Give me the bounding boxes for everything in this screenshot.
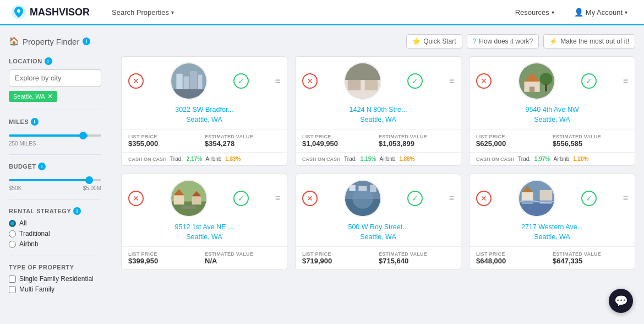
card-stats: LIST PRICE $355,000 ESTIMATED VALUE $354… <box>122 129 287 152</box>
estimated-value-col: ESTIMATED VALUE $647,335 <box>553 251 628 265</box>
quick-start-button[interactable]: ⭐ Quick Start <box>406 34 462 48</box>
list-price-value: $355,000 <box>128 139 204 148</box>
miles-slider[interactable] <box>9 134 101 137</box>
property-card[interactable]: ✕ ✓ ≡ 9540 4th Ave NWSeattle, WA LIST PR… <box>469 56 635 166</box>
chat-bubble-button[interactable]: 💬 <box>609 289 633 313</box>
tag-close-icon[interactable]: ✕ <box>47 93 53 100</box>
list-price-value: $399,950 <box>128 257 204 265</box>
property-image <box>518 180 555 217</box>
card-menu-icon[interactable]: ≡ <box>275 194 280 203</box>
airbnb-value: 1.83% <box>223 156 241 162</box>
property-card[interactable]: ✕ ✓ ≡ 3022 SW Bradfor...Seattle, WA LIST… <box>121 56 287 166</box>
list-price-label: LIST PRICE <box>128 134 204 139</box>
search-properties-nav[interactable]: Search Properties ▾ <box>106 6 179 19</box>
svg-rect-16 <box>529 87 534 91</box>
user-icon: 👤 <box>574 8 583 17</box>
trad-value: 1.97% <box>533 156 550 162</box>
chat-icon: 💬 <box>614 294 628 307</box>
property-card[interactable]: ✕ ✓ ≡ 500 W Roy Street...Seattle, WA LIS… <box>295 174 461 270</box>
dislike-button[interactable]: ✕ <box>476 73 492 89</box>
chevron-down-icon: ▾ <box>171 9 174 15</box>
svg-rect-21 <box>173 195 184 204</box>
list-price-col: LIST PRICE $625,000 <box>476 134 552 148</box>
card-menu-icon[interactable]: ≡ <box>623 77 628 85</box>
card-menu-icon[interactable]: ≡ <box>449 77 454 85</box>
miles-info-icon[interactable]: i <box>31 118 39 126</box>
dislike-button[interactable]: ✕ <box>302 191 318 206</box>
card-address[interactable]: 9540 4th Ave NWSeattle, WA <box>470 105 635 129</box>
dislike-button[interactable]: ✕ <box>128 73 144 89</box>
make-most-button[interactable]: ⚡ Make the most out of it! <box>543 34 635 48</box>
seattle-tag[interactable]: Seattle, WA ✕ <box>9 91 57 102</box>
location-input[interactable] <box>9 69 101 87</box>
svg-rect-12 <box>345 63 380 80</box>
card-address[interactable]: 2717 Western Ave...Seattle, WA <box>470 223 635 246</box>
svg-rect-18 <box>545 84 547 91</box>
divider-1 <box>9 110 101 110</box>
cash-label: CASH ON CASH <box>128 156 167 162</box>
property-image <box>344 180 381 217</box>
estimated-value-label: ESTIMATED VALUE <box>379 251 454 257</box>
estimated-value-col: ESTIMATED VALUE $354,278 <box>205 134 280 148</box>
svg-rect-30 <box>358 186 367 191</box>
list-price-value: $648,000 <box>476 257 552 265</box>
svg-rect-6 <box>198 75 202 89</box>
question-icon: ? <box>473 37 477 45</box>
svg-rect-11 <box>364 80 378 90</box>
like-button[interactable]: ✓ <box>407 73 423 89</box>
card-address[interactable]: 1424 N 80th Stre...Seattle, WA <box>296 105 461 129</box>
page-title-info-icon[interactable]: i <box>83 37 90 45</box>
estimated-value-value: $354,278 <box>205 139 280 148</box>
miles-section-label: MILES i <box>9 118 101 126</box>
cash-label: CASH ON CASH <box>476 156 515 162</box>
card-address[interactable]: 500 W Roy Street...Seattle, WA <box>296 223 461 246</box>
type-multi-family[interactable]: Multi Family <box>9 285 101 293</box>
card-menu-icon[interactable]: ≡ <box>623 194 628 203</box>
miles-slider-container: 250 MILES <box>9 130 101 147</box>
like-button[interactable]: ✓ <box>407 191 423 206</box>
property-type-label: TYPE OF PROPERTY <box>9 264 101 271</box>
card-address[interactable]: 3022 SW Bradfor...Seattle, WA <box>122 105 287 129</box>
like-button[interactable]: ✓ <box>233 73 249 89</box>
rental-airbnb[interactable]: Airbnb <box>9 240 101 248</box>
property-image <box>344 62 381 100</box>
estimated-value-value: $715,640 <box>379 257 454 265</box>
my-account-nav[interactable]: 👤 My Account ▾ <box>569 6 633 19</box>
navbar-right: Resources ▾ 👤 My Account ▾ <box>510 6 633 19</box>
dislike-button[interactable]: ✕ <box>128 191 144 206</box>
cash-label: CASH ON CASH <box>302 156 341 162</box>
location-tags: Seattle, WA ✕ <box>9 91 101 102</box>
estimated-value-label: ESTIMATED VALUE <box>553 251 628 257</box>
list-price-col: LIST PRICE $399,950 <box>128 251 204 265</box>
card-address[interactable]: 9512 1st Ave NE ...Seattle, WA <box>122 223 287 246</box>
resources-nav[interactable]: Resources ▾ <box>510 6 560 19</box>
rental-all[interactable]: All <box>9 219 101 227</box>
svg-rect-29 <box>349 185 355 191</box>
budget-info-icon[interactable]: i <box>38 163 46 170</box>
like-button[interactable]: ✓ <box>581 73 597 89</box>
content-area: ⭐ Quick Start ? How does it work? ⚡ Make… <box>110 25 644 324</box>
rental-traditional[interactable]: Traditional <box>9 230 101 237</box>
card-image-row: ✕ ✓ ≡ <box>470 57 635 105</box>
list-price-value: $625,000 <box>476 139 552 148</box>
how-does-it-work-button[interactable]: ? How does it work? <box>467 34 539 48</box>
type-single-family[interactable]: Single Family Residential <box>9 275 101 283</box>
budget-slider[interactable] <box>9 179 101 181</box>
content-toolbar: ⭐ Quick Start ? How does it work? ⚡ Make… <box>406 34 635 48</box>
like-button[interactable]: ✓ <box>581 191 597 206</box>
trad-value: 2.17% <box>185 156 202 162</box>
property-card[interactable]: ✕ ✓ ≡ 2717 Western Ave...Seattle, WA LIS… <box>469 174 635 270</box>
property-card[interactable]: ✕ ✓ ≡ 9512 1st Ave NE ...Seattle, WA LIS… <box>121 174 287 270</box>
property-card[interactable]: ✕ ✓ ≡ 1424 N 80th Stre...Seattle, WA LIS… <box>295 56 461 166</box>
card-menu-icon[interactable]: ≡ <box>449 194 454 203</box>
estimated-value-value: $556,585 <box>553 139 628 148</box>
like-button[interactable]: ✓ <box>233 191 249 206</box>
list-price-label: LIST PRICE <box>302 251 378 257</box>
location-info-icon[interactable]: i <box>45 57 52 65</box>
rental-info-icon[interactable]: i <box>73 207 81 215</box>
dislike-button[interactable]: ✕ <box>302 73 318 89</box>
dislike-button[interactable]: ✕ <box>476 191 492 206</box>
brand-logo[interactable]: MASHVISOR <box>11 4 90 20</box>
card-menu-icon[interactable]: ≡ <box>275 77 280 85</box>
card-image-row: ✕ ✓ ≡ <box>122 57 287 105</box>
